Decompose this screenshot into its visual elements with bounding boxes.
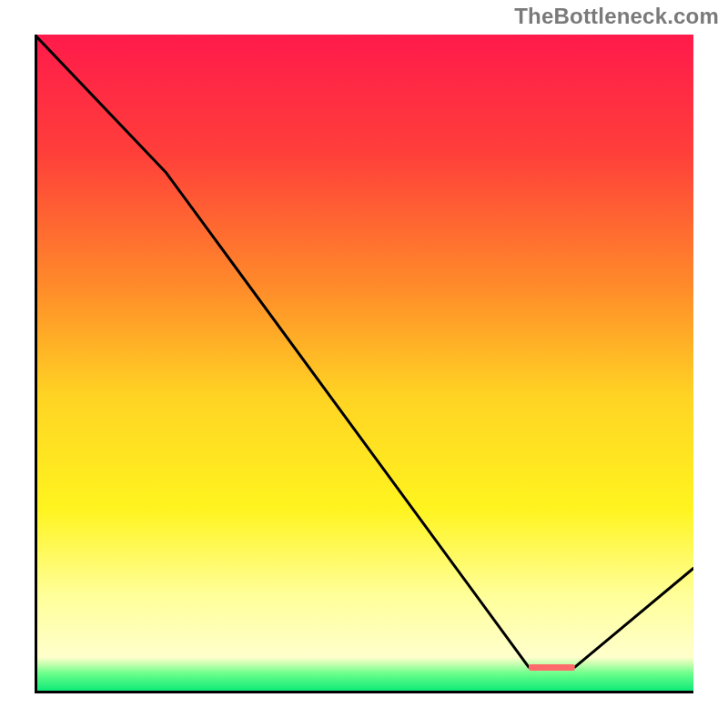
chart-frame: TheBottleneck.com [0,0,728,728]
optimal-range-marker [529,664,575,671]
y-axis [35,35,37,693]
bottleneck-chart [35,35,693,693]
chart-background-gradient [35,35,693,693]
watermark-label: TheBottleneck.com [514,4,719,29]
x-axis [35,691,693,693]
